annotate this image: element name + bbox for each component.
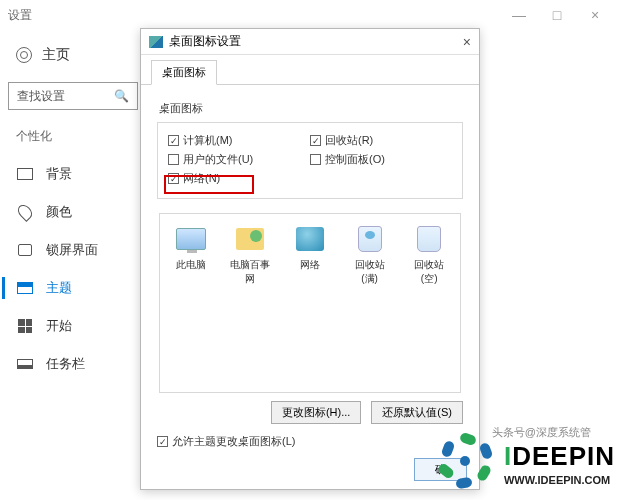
checkbox-label: 回收站(R) (325, 133, 373, 148)
nav-start[interactable]: 开始 (8, 307, 138, 345)
icon-user-folder[interactable]: 电脑百事网 (228, 224, 274, 384)
recycle-full-icon (358, 226, 382, 252)
image-icon (16, 167, 34, 181)
checkbox-label: 计算机(M) (183, 133, 233, 148)
checkbox-userfiles[interactable]: 用户的文件(U) (168, 150, 310, 169)
icon-preview-list: 此电脑 电脑百事网 网络 回收站(满) 回收站(空) (159, 213, 461, 393)
icon-recycle-full[interactable]: 回收站(满) (347, 224, 393, 384)
checkbox-label: 用户的文件(U) (183, 152, 253, 167)
icon-network[interactable]: 网络 (287, 224, 333, 384)
brand-url: WWW.IDEEPIN.COM (504, 474, 615, 486)
nav-taskbar[interactable]: 任务栏 (8, 345, 138, 383)
nav-label: 背景 (46, 165, 72, 183)
checkbox-icon (310, 154, 321, 165)
icon-label: 此电脑 (168, 258, 214, 272)
tab-desktop-icons[interactable]: 桌面图标 (151, 60, 217, 85)
icon-button-row: 更改图标(H)... 还原默认值(S) (157, 401, 463, 424)
checkbox-icon (157, 436, 168, 447)
checkbox-label: 控制面板(O) (325, 152, 385, 167)
restore-default-button[interactable]: 还原默认值(S) (371, 401, 463, 424)
minimize-button[interactable]: — (509, 7, 529, 23)
icon-label: 回收站(满) (347, 258, 393, 286)
pc-icon (176, 228, 206, 250)
search-placeholder: 查找设置 (17, 88, 65, 105)
dialog-icon (149, 36, 163, 48)
checkbox-allow-themes[interactable]: 允许主题更改桌面图标(L) (157, 434, 463, 449)
checkbox-icon (168, 154, 179, 165)
icon-label: 网络 (287, 258, 333, 272)
red-highlight-box (164, 175, 254, 194)
icon-this-pc[interactable]: 此电脑 (168, 224, 214, 384)
nav-colors[interactable]: 颜色 (8, 193, 138, 231)
recycle-empty-icon (417, 226, 441, 252)
icon-recycle-empty[interactable]: 回收站(空) (406, 224, 452, 384)
nav-lockscreen[interactable]: 锁屏界面 (8, 231, 138, 269)
theme-icon (16, 281, 34, 295)
watermark: IDEEPIN WWW.IDEEPIN.COM (436, 432, 615, 494)
color-icon (16, 205, 34, 219)
maximize-button[interactable]: □ (547, 7, 567, 23)
desktop-icon-dialog: 桌面图标设置 × 桌面图标 桌面图标 计算机(M) 回收站(R) (140, 28, 480, 490)
titlebar: 设置 — □ × (0, 0, 621, 30)
checkbox-computer[interactable]: 计算机(M) (168, 131, 310, 150)
nav-label: 主题 (46, 279, 72, 297)
home-button[interactable]: 主页 (8, 40, 138, 70)
tab-row: 桌面图标 (141, 59, 479, 85)
nav-label: 任务栏 (46, 355, 85, 373)
home-label: 主页 (42, 46, 70, 64)
sidebar: 主页 查找设置 🔍 个性化 背景 颜色 锁屏界面 主题 开始 任务栏 (8, 40, 138, 383)
settings-window: 设置 — □ × 主页 查找设置 🔍 个性化 背景 颜色 锁屏界面 (0, 0, 621, 500)
dialog-titlebar: 桌面图标设置 × (141, 29, 479, 55)
dialog-title: 桌面图标设置 (169, 33, 241, 50)
brand-text: IDEEPIN (504, 441, 615, 472)
swirl-logo-icon (436, 432, 498, 494)
dialog-close-button[interactable]: × (463, 34, 471, 50)
checkbox-icon (168, 135, 179, 146)
search-icon: 🔍 (114, 89, 129, 103)
search-input[interactable]: 查找设置 🔍 (8, 82, 138, 110)
checkbox-group: 计算机(M) 回收站(R) 用户的文件(U) 控制面板(O) (157, 122, 463, 199)
lock-icon (16, 243, 34, 257)
checkbox-control[interactable]: 控制面板(O) (310, 150, 452, 169)
change-icon-button[interactable]: 更改图标(H)... (271, 401, 361, 424)
icon-label: 回收站(空) (406, 258, 452, 286)
close-button[interactable]: × (585, 7, 605, 23)
window-controls: — □ × (509, 7, 605, 23)
nav-themes[interactable]: 主题 (8, 269, 138, 307)
group-label: 桌面图标 (159, 101, 463, 116)
dialog-body: 桌面图标 计算机(M) 回收站(R) 用户的文件(U) (141, 85, 479, 459)
checkbox-label: 允许主题更改桌面图标(L) (172, 434, 295, 449)
watermark-text: IDEEPIN WWW.IDEEPIN.COM (504, 441, 615, 486)
icon-label: 电脑百事网 (228, 258, 274, 286)
taskbar-icon (16, 357, 34, 371)
checkbox-icon (310, 135, 321, 146)
nav-label: 颜色 (46, 203, 72, 221)
network-icon (296, 227, 324, 251)
nav-label: 开始 (46, 317, 72, 335)
window-title: 设置 (8, 7, 509, 24)
start-icon (16, 319, 34, 333)
section-label: 个性化 (8, 124, 138, 155)
checkbox-recycle[interactable]: 回收站(R) (310, 131, 452, 150)
nav-background[interactable]: 背景 (8, 155, 138, 193)
nav-label: 锁屏界面 (46, 241, 98, 259)
home-icon (16, 47, 32, 63)
folder-icon (236, 228, 264, 250)
